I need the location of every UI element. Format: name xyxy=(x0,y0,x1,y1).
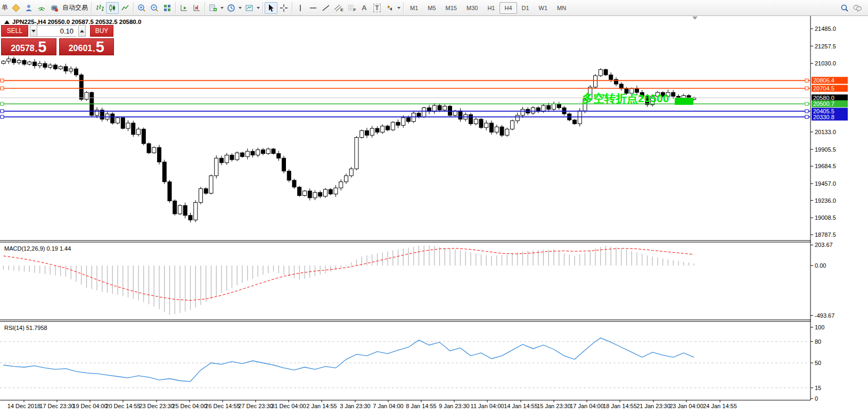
candle-body[interactable] xyxy=(381,126,384,132)
buy-button[interactable]: BUY xyxy=(90,25,113,37)
candle-body[interactable] xyxy=(116,118,120,123)
candle-body[interactable] xyxy=(75,69,78,74)
sell-button[interactable]: SELL xyxy=(1,25,28,37)
candle-body[interactable] xyxy=(209,176,213,193)
candle-body[interactable] xyxy=(557,104,561,107)
candle-body[interactable] xyxy=(287,171,291,180)
candle-body[interactable] xyxy=(324,189,327,196)
candle-body[interactable] xyxy=(183,205,187,216)
candle-body[interactable] xyxy=(162,162,166,181)
auto-scroll-button[interactable] xyxy=(177,2,190,14)
candle-body[interactable] xyxy=(432,105,436,111)
volume-input[interactable] xyxy=(37,25,77,37)
candle-body[interactable] xyxy=(121,118,125,128)
crosshair-button[interactable] xyxy=(277,2,290,14)
arrows-dropdown[interactable] xyxy=(397,7,400,9)
line-handle[interactable] xyxy=(805,115,808,119)
buy-price-display[interactable]: 20601.5 xyxy=(59,38,114,55)
candle-body[interactable] xyxy=(402,118,405,125)
candle-body[interactable] xyxy=(111,114,114,123)
zoom-out-button[interactable] xyxy=(148,2,161,14)
candle-body[interactable] xyxy=(573,120,577,123)
candle-body[interactable] xyxy=(132,123,135,135)
candle-body[interactable] xyxy=(485,123,488,128)
candle-body[interactable] xyxy=(235,153,239,160)
candle-body[interactable] xyxy=(137,129,141,135)
tf-w1[interactable]: W1 xyxy=(534,2,553,14)
line-handle[interactable] xyxy=(1,79,4,82)
candle-body[interactable] xyxy=(59,67,62,69)
candle-body[interactable] xyxy=(85,93,88,100)
candle-body[interactable] xyxy=(230,155,234,160)
candle-body[interactable] xyxy=(396,122,400,126)
candle-body[interactable] xyxy=(147,144,151,153)
candle-body[interactable] xyxy=(54,65,58,69)
signals-button[interactable] xyxy=(35,2,48,14)
candle-body[interactable] xyxy=(152,147,156,153)
candle-body[interactable] xyxy=(48,65,52,67)
candle-body[interactable] xyxy=(251,151,255,155)
equidistant-channel-button[interactable]: E xyxy=(332,2,345,14)
candle-body[interactable] xyxy=(511,121,514,129)
candle-body[interactable] xyxy=(552,104,556,109)
tf-m30[interactable]: M30 xyxy=(462,2,482,14)
candle-body[interactable] xyxy=(189,216,192,220)
candle-body[interactable] xyxy=(7,59,11,61)
tf-mn[interactable]: MN xyxy=(552,2,571,14)
candle-body[interactable] xyxy=(292,180,296,187)
candle-body[interactable] xyxy=(604,70,608,75)
candle-body[interactable] xyxy=(500,127,504,135)
candle-body[interactable] xyxy=(458,111,462,119)
autotrading-button[interactable] xyxy=(48,2,61,14)
text-label-button[interactable]: T xyxy=(371,2,383,14)
candle-body[interactable] xyxy=(215,158,218,176)
candle-body[interactable] xyxy=(194,202,198,220)
candle-body[interactable] xyxy=(178,205,182,214)
candle-body[interactable] xyxy=(272,149,275,154)
tf-d1[interactable]: D1 xyxy=(517,2,534,14)
window-collapse-icon[interactable] xyxy=(4,20,10,24)
candle-body[interactable] xyxy=(672,93,675,96)
candle-body[interactable] xyxy=(521,109,525,115)
candle-body[interactable] xyxy=(531,107,535,113)
candle-body[interactable] xyxy=(349,169,353,176)
candle-body[interactable] xyxy=(256,150,260,155)
periods-button[interactable] xyxy=(225,2,238,14)
candle-body[interactable] xyxy=(266,149,270,154)
candle-body[interactable] xyxy=(261,150,265,153)
templates-button[interactable] xyxy=(243,2,256,14)
candle-body[interactable] xyxy=(599,70,602,76)
candle-body[interactable] xyxy=(158,147,161,162)
candle-body[interactable] xyxy=(318,193,322,196)
candle-body[interactable] xyxy=(360,131,364,138)
candle-body[interactable] xyxy=(43,63,47,67)
autotrading-label[interactable]: 自动交易 xyxy=(61,3,89,12)
tf-h1[interactable]: H1 xyxy=(482,2,499,14)
candle-body[interactable] xyxy=(505,129,509,135)
candle-body[interactable] xyxy=(33,62,37,65)
line-chart-button[interactable] xyxy=(119,2,132,14)
market-watch-icon-button[interactable] xyxy=(10,2,22,14)
candle-body[interactable] xyxy=(2,61,5,63)
candle-body[interactable] xyxy=(370,128,374,135)
candle-body[interactable] xyxy=(282,158,286,171)
candle-body[interactable] xyxy=(17,61,21,63)
candle-body[interactable] xyxy=(329,189,332,194)
tf-m15[interactable]: M15 xyxy=(441,2,462,14)
candle-body[interactable] xyxy=(79,75,83,100)
new-order-button[interactable]: 单 xyxy=(0,3,10,12)
candle-body[interactable] xyxy=(417,113,421,117)
candle-body[interactable] xyxy=(69,69,73,71)
candle-body[interactable] xyxy=(298,187,301,196)
line-handle[interactable] xyxy=(1,115,4,119)
candle-body[interactable] xyxy=(609,75,613,80)
candle-body[interactable] xyxy=(204,189,208,194)
candle-body[interactable] xyxy=(28,62,31,64)
candle-body[interactable] xyxy=(438,105,441,110)
candle-body[interactable] xyxy=(386,126,390,130)
candle-body[interactable] xyxy=(225,155,228,162)
candle-body[interactable] xyxy=(303,191,307,196)
candlestick-chart-button[interactable] xyxy=(106,2,119,14)
candle-body[interactable] xyxy=(38,63,42,65)
candle-body[interactable] xyxy=(515,115,519,121)
